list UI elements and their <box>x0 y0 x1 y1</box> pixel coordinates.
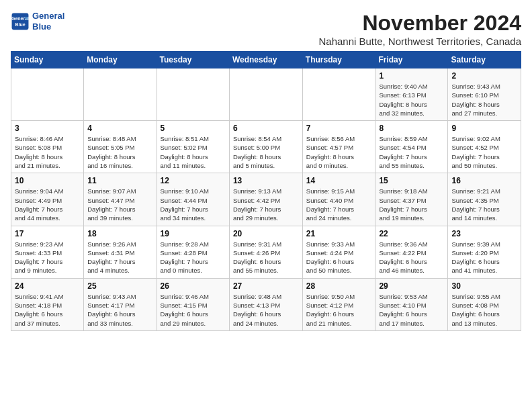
title-area: November 2024 Nahanni Butte, Northwest T… <box>318 11 521 47</box>
calendar-cell: 9Sunrise: 9:02 AM Sunset: 4:52 PM Daylig… <box>448 121 521 173</box>
calendar-cell: 1Sunrise: 9:40 AM Sunset: 6:13 PM Daylig… <box>375 68 448 121</box>
calendar-cell: 3Sunrise: 8:46 AM Sunset: 5:08 PM Daylig… <box>11 121 84 173</box>
calendar-cell: 5Sunrise: 8:51 AM Sunset: 5:02 PM Daylig… <box>157 121 229 173</box>
calendar-cell <box>84 68 157 121</box>
day-info: Sunrise: 9:41 AM Sunset: 4:18 PM Dayligh… <box>15 292 80 328</box>
calendar-cell <box>302 68 375 121</box>
calendar-cell: 13Sunrise: 9:13 AM Sunset: 4:42 PM Dayli… <box>229 173 302 226</box>
day-number: 19 <box>161 229 226 238</box>
calendar-cell: 24Sunrise: 9:41 AM Sunset: 4:18 PM Dayli… <box>11 278 84 330</box>
weekday-header-row: SundayMondayTuesdayWednesdayThursdayFrid… <box>11 52 521 68</box>
day-number: 3 <box>15 124 80 133</box>
day-info: Sunrise: 9:39 AM Sunset: 4:20 PM Dayligh… <box>451 240 517 275</box>
calendar-header: SundayMondayTuesdayWednesdayThursdayFrid… <box>11 52 521 68</box>
day-number: 2 <box>451 71 517 81</box>
calendar-body: 1Sunrise: 9:40 AM Sunset: 6:13 PM Daylig… <box>11 68 521 331</box>
day-info: Sunrise: 9:50 AM Sunset: 4:12 PM Dayligh… <box>306 292 372 328</box>
day-number: 24 <box>15 281 80 291</box>
weekday-header-monday: Monday <box>84 52 157 68</box>
day-number: 5 <box>161 124 226 133</box>
day-info: Sunrise: 9:36 AM Sunset: 4:22 PM Dayligh… <box>379 240 444 275</box>
calendar-cell: 29Sunrise: 9:53 AM Sunset: 4:10 PM Dayli… <box>375 278 448 330</box>
day-number: 10 <box>15 176 80 185</box>
day-info: Sunrise: 9:48 AM Sunset: 4:13 PM Dayligh… <box>233 292 299 328</box>
month-title: November 2024 <box>318 11 521 36</box>
logo-icon: General Blue <box>11 12 30 31</box>
day-info: Sunrise: 9:43 AM Sunset: 6:10 PM Dayligh… <box>451 82 517 118</box>
day-info: Sunrise: 9:21 AM Sunset: 4:35 PM Dayligh… <box>451 187 517 222</box>
logo-text: General Blue <box>32 11 64 32</box>
day-number: 22 <box>379 229 444 238</box>
day-number: 29 <box>379 281 444 291</box>
calendar-cell: 25Sunrise: 9:43 AM Sunset: 4:17 PM Dayli… <box>84 278 157 330</box>
calendar-cell <box>11 68 84 121</box>
day-info: Sunrise: 9:53 AM Sunset: 4:10 PM Dayligh… <box>379 292 444 328</box>
calendar-cell <box>157 68 229 121</box>
calendar-cell: 15Sunrise: 9:18 AM Sunset: 4:37 PM Dayli… <box>375 173 448 226</box>
day-number: 11 <box>87 176 152 185</box>
location-subtitle: Nahanni Butte, Northwest Territories, Ca… <box>318 36 521 47</box>
day-number: 8 <box>379 124 444 133</box>
day-number: 9 <box>451 124 517 133</box>
calendar-cell: 30Sunrise: 9:55 AM Sunset: 4:08 PM Dayli… <box>448 278 521 330</box>
calendar-cell: 4Sunrise: 8:48 AM Sunset: 5:05 PM Daylig… <box>84 121 157 173</box>
calendar-cell: 7Sunrise: 8:56 AM Sunset: 4:57 PM Daylig… <box>302 121 375 173</box>
day-info: Sunrise: 9:07 AM Sunset: 4:47 PM Dayligh… <box>87 187 152 222</box>
day-number: 28 <box>306 281 372 291</box>
weekday-header-wednesday: Wednesday <box>229 52 302 68</box>
day-info: Sunrise: 9:55 AM Sunset: 4:08 PM Dayligh… <box>451 292 517 328</box>
day-info: Sunrise: 8:51 AM Sunset: 5:02 PM Dayligh… <box>161 134 226 170</box>
calendar-cell: 28Sunrise: 9:50 AM Sunset: 4:12 PM Dayli… <box>302 278 375 330</box>
day-number: 7 <box>306 124 372 133</box>
day-info: Sunrise: 9:10 AM Sunset: 4:44 PM Dayligh… <box>161 187 226 222</box>
day-number: 17 <box>15 229 80 238</box>
day-number: 12 <box>161 176 226 185</box>
day-info: Sunrise: 9:43 AM Sunset: 4:17 PM Dayligh… <box>87 292 152 328</box>
day-number: 20 <box>233 229 299 238</box>
day-info: Sunrise: 9:15 AM Sunset: 4:40 PM Dayligh… <box>306 187 372 222</box>
day-number: 13 <box>233 176 299 185</box>
calendar-cell: 23Sunrise: 9:39 AM Sunset: 4:20 PM Dayli… <box>448 226 521 278</box>
day-number: 15 <box>379 176 444 185</box>
calendar-cell: 21Sunrise: 9:33 AM Sunset: 4:24 PM Dayli… <box>302 226 375 278</box>
day-info: Sunrise: 8:54 AM Sunset: 5:00 PM Dayligh… <box>233 134 299 170</box>
day-info: Sunrise: 9:18 AM Sunset: 4:37 PM Dayligh… <box>379 187 444 222</box>
calendar-week-3: 10Sunrise: 9:04 AM Sunset: 4:49 PM Dayli… <box>11 173 521 226</box>
day-number: 18 <box>87 229 152 238</box>
calendar-week-5: 24Sunrise: 9:41 AM Sunset: 4:18 PM Dayli… <box>11 278 521 330</box>
calendar-week-2: 3Sunrise: 8:46 AM Sunset: 5:08 PM Daylig… <box>11 121 521 173</box>
weekday-header-friday: Friday <box>375 52 448 68</box>
day-info: Sunrise: 9:23 AM Sunset: 4:33 PM Dayligh… <box>15 240 80 275</box>
calendar-cell: 2Sunrise: 9:43 AM Sunset: 6:10 PM Daylig… <box>448 68 521 121</box>
calendar-cell: 27Sunrise: 9:48 AM Sunset: 4:13 PM Dayli… <box>229 278 302 330</box>
calendar-week-1: 1Sunrise: 9:40 AM Sunset: 6:13 PM Daylig… <box>11 68 521 121</box>
day-number: 30 <box>451 281 517 291</box>
weekday-header-saturday: Saturday <box>448 52 521 68</box>
day-number: 4 <box>87 124 152 133</box>
calendar-cell: 8Sunrise: 8:59 AM Sunset: 4:54 PM Daylig… <box>375 121 448 173</box>
day-info: Sunrise: 8:59 AM Sunset: 4:54 PM Dayligh… <box>379 134 444 170</box>
calendar-cell: 6Sunrise: 8:54 AM Sunset: 5:00 PM Daylig… <box>229 121 302 173</box>
calendar-cell <box>229 68 302 121</box>
day-number: 26 <box>161 281 226 291</box>
svg-text:Blue: Blue <box>15 22 25 27</box>
day-number: 16 <box>451 176 517 185</box>
calendar-week-4: 17Sunrise: 9:23 AM Sunset: 4:33 PM Dayli… <box>11 226 521 278</box>
day-info: Sunrise: 9:04 AM Sunset: 4:49 PM Dayligh… <box>15 187 80 222</box>
day-info: Sunrise: 9:26 AM Sunset: 4:31 PM Dayligh… <box>87 240 152 275</box>
calendar-cell: 11Sunrise: 9:07 AM Sunset: 4:47 PM Dayli… <box>84 173 157 226</box>
calendar-cell: 26Sunrise: 9:46 AM Sunset: 4:15 PM Dayli… <box>157 278 229 330</box>
calendar-cell: 22Sunrise: 9:36 AM Sunset: 4:22 PM Dayli… <box>375 226 448 278</box>
day-info: Sunrise: 8:56 AM Sunset: 4:57 PM Dayligh… <box>306 134 372 170</box>
day-info: Sunrise: 9:40 AM Sunset: 6:13 PM Dayligh… <box>379 82 444 118</box>
calendar-cell: 12Sunrise: 9:10 AM Sunset: 4:44 PM Dayli… <box>157 173 229 226</box>
calendar: SundayMondayTuesdayWednesdayThursdayFrid… <box>11 51 521 331</box>
calendar-cell: 14Sunrise: 9:15 AM Sunset: 4:40 PM Dayli… <box>302 173 375 226</box>
day-number: 23 <box>451 229 517 238</box>
logo: General Blue General Blue <box>11 11 64 32</box>
svg-rect-0 <box>12 13 29 30</box>
weekday-header-tuesday: Tuesday <box>157 52 229 68</box>
day-number: 1 <box>379 71 444 81</box>
day-info: Sunrise: 9:33 AM Sunset: 4:24 PM Dayligh… <box>306 240 372 275</box>
header: General Blue General Blue November 2024 … <box>11 11 521 47</box>
